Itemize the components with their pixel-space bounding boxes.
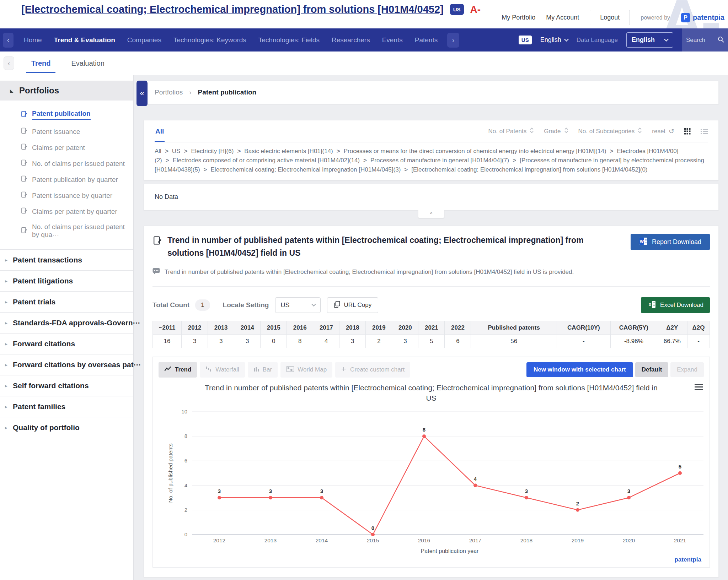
path-segment[interactable]: [Electrochemical coating; Electrochemica… — [411, 166, 647, 173]
data-language-select[interactable]: English — [626, 32, 673, 48]
path-segment[interactable]: All — [155, 148, 161, 155]
nav-item-events[interactable]: Events — [376, 36, 409, 44]
path-sep: > — [610, 148, 614, 155]
chart-point[interactable] — [218, 496, 221, 499]
path-segment[interactable]: Processes or means for the direct conver… — [344, 148, 606, 155]
y-tick-label: 0 — [184, 531, 187, 537]
nav-item-home[interactable]: Home — [18, 36, 48, 44]
sidebar-item-patent-publication[interactable]: Patent publication — [0, 106, 133, 124]
table-cell: 0 — [261, 335, 287, 348]
my-account-link[interactable]: My Account — [546, 14, 579, 21]
path-segment[interactable]: Basic electric elements [H01](14) — [244, 148, 333, 155]
trend-chart: Trend in number of published patents wit… — [153, 382, 710, 567]
breadcrumb-parent[interactable]: Portfolios — [155, 88, 183, 96]
tab-all[interactable]: All — [155, 120, 165, 142]
nav-item-technologies-fields[interactable]: Technologies: Fields — [252, 36, 326, 44]
table-col-2019: 2019 — [366, 321, 392, 335]
section-arrow-icon: ▸ — [5, 320, 7, 326]
default-button[interactable]: Default — [635, 362, 669, 377]
chart-point[interactable] — [320, 496, 323, 499]
path-segment[interactable]: Processes of manufacture in general [H01… — [370, 157, 509, 164]
chart-tab-trend[interactable]: Trend — [159, 362, 197, 378]
logout-button[interactable]: Logout — [590, 10, 630, 25]
sidebar-collapse-button[interactable]: « — [136, 81, 148, 106]
sidebar-group-portfolios[interactable]: ◣ Portfolios — [0, 81, 133, 101]
sidebar-item-no-of-claims-per-issued-patent-by-qua[interactable]: No. of claims per issued patent by qua··… — [0, 219, 133, 242]
chart-point[interactable] — [422, 434, 426, 438]
nav-item-technologies-keywords[interactable]: Technologies: Keywords — [167, 36, 252, 44]
page-title[interactable]: [Electrochemical coating; Electrochemica… — [21, 4, 444, 15]
sidebar-section-forward-citations[interactable]: ▸Forward citations — [0, 333, 133, 354]
chart-tab-waterfall[interactable]: Waterfall — [200, 362, 245, 378]
grade-label: A- — [470, 4, 481, 15]
svg-text:X: X — [649, 302, 652, 307]
data-language-label: Data Language — [577, 37, 618, 44]
excel-download-button[interactable]: X Excel Download — [641, 297, 710, 313]
section-arrow-icon: ▸ — [5, 425, 7, 430]
nav-item-patents[interactable]: Patents — [409, 36, 444, 44]
url-copy-button[interactable]: URL Copy — [327, 297, 378, 313]
chart-tab-world-map[interactable]: World Map — [280, 362, 332, 378]
path-segment[interactable]: Electrodes composed of or comprising act… — [173, 157, 360, 164]
x-tick-label: 2016 — [418, 537, 430, 543]
chart-point[interactable] — [627, 496, 631, 499]
patentpia-brand[interactable]: patentpia — [693, 13, 724, 22]
search-input[interactable] — [686, 37, 714, 44]
sort-no-of-patents[interactable]: No. of Patents — [488, 128, 534, 135]
y-tick-label: 4 — [184, 482, 187, 488]
tab-evaluation[interactable]: Evaluation — [68, 52, 108, 75]
chart-point[interactable] — [576, 508, 579, 512]
new-window-button[interactable]: New window with selected chart — [526, 362, 633, 377]
nav-scroll-right-button[interactable]: › — [447, 33, 459, 48]
expand-button[interactable]: Expand — [670, 362, 704, 377]
sidebar-section-patent-transactions[interactable]: ▸Patent transactions — [0, 249, 133, 270]
sidebar-item-patent-issuance[interactable]: Patent issuance — [0, 124, 133, 140]
nav-item-trend-evaluation[interactable]: Trend & Evaluation — [48, 36, 121, 44]
nav-item-companies[interactable]: Companies — [121, 36, 167, 44]
tab-trend[interactable]: Trend — [28, 52, 54, 75]
reset-button[interactable]: reset↺ — [652, 127, 674, 135]
sort-grade[interactable]: Grade — [544, 128, 568, 135]
chart-credit[interactable]: patentpia — [674, 556, 701, 563]
sidebar-item-no-of-claims-per-issued-patent[interactable]: No. of claims per issued patent — [0, 156, 133, 172]
grid-view-icon[interactable] — [684, 128, 691, 135]
sidebar-item-claims-per-patent-by-quarter[interactable]: Claims per patent by quarter — [0, 204, 133, 219]
chart-point[interactable] — [473, 484, 477, 487]
nav-item-researchers[interactable]: Researchers — [326, 36, 376, 44]
sort-no-of-subcategories[interactable]: No. of Subcategories — [578, 128, 642, 135]
chart-point[interactable] — [525, 496, 528, 499]
path-segment[interactable]: Electrochemical coating; Electrochemical… — [211, 166, 401, 173]
chart-point[interactable] — [269, 496, 272, 499]
sidebar-section-forward-citations-by-overseas-pat[interactable]: ▸Forward citations by overseas pat··· — [0, 354, 133, 375]
chart-menu-icon[interactable] — [695, 384, 703, 391]
my-portfolio-link[interactable]: My Portfolio — [502, 14, 535, 21]
chart-tab-bar[interactable]: Bar — [248, 362, 278, 378]
sidebar-section-standards-fda-approvals-govern[interactable]: ▸Standards-FDA approvals-Govern··· — [0, 312, 133, 333]
sidebar-section-patent-families[interactable]: ▸Patent families — [0, 396, 133, 417]
chevron-down-icon — [312, 302, 316, 307]
chart-point[interactable] — [371, 533, 375, 536]
sidebar-section-quality-of-portfolio[interactable]: ▸Quality of portfolio — [0, 417, 133, 438]
sidebar-item-patent-issuance-by-quarter[interactable]: Patent issuance by quarter — [0, 188, 133, 204]
nav-scroll-left-button[interactable]: ‹ — [3, 33, 14, 48]
locale-select[interactable]: US — [275, 297, 321, 313]
ui-language-select[interactable]: English — [540, 36, 568, 44]
sidebar-item-claims-per-patent[interactable]: Claims per patent — [0, 140, 133, 156]
sidebar-section-patent-trials[interactable]: ▸Patent trials — [0, 291, 133, 312]
sidebar-section-self-forward-citations[interactable]: ▸Self forward citations — [0, 375, 133, 396]
list-view-icon[interactable] — [701, 129, 708, 134]
section-arrow-icon: ▸ — [5, 278, 7, 284]
section-collapse-button[interactable]: ^ — [418, 210, 444, 218]
search-box[interactable] — [682, 28, 728, 52]
chart-tab-create-custom-chart[interactable]: Create custom chart — [335, 362, 410, 378]
chart-point[interactable] — [678, 471, 682, 475]
tabs-scroll-left-button[interactable]: ‹ — [4, 56, 14, 70]
table-col-2014: 2014 — [234, 321, 261, 335]
table-row: 163330843235656--8.96%66.7%- — [153, 335, 710, 348]
path-sep: > — [237, 148, 241, 155]
path-segment[interactable]: US — [172, 148, 181, 155]
sidebar-item-patent-publication-by-quarter[interactable]: Patent publication by quarter — [0, 172, 133, 188]
report-download-button[interactable]: W Report Download — [631, 234, 710, 250]
path-segment[interactable]: Electricity [H](6) — [191, 148, 234, 155]
sidebar-section-patent-litigations[interactable]: ▸Patent litigations — [0, 270, 133, 291]
